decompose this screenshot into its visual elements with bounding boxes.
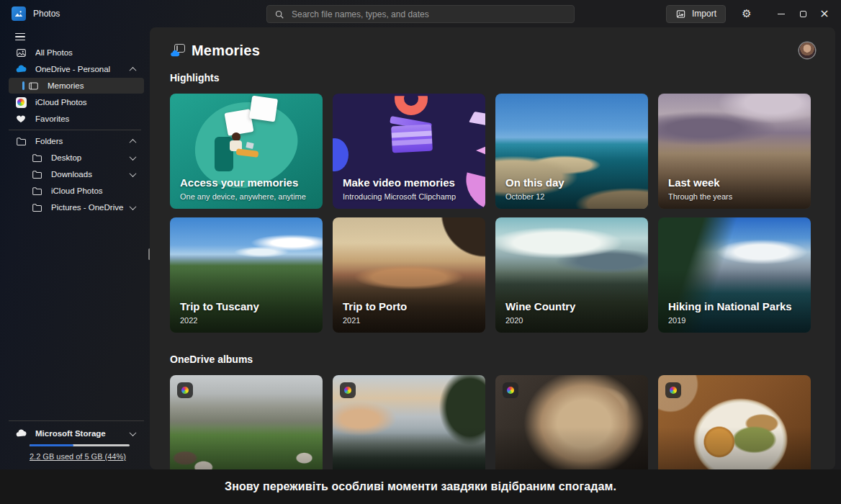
sidebar-item-desktop[interactable]: Desktop <box>9 150 144 166</box>
close-button[interactable]: × <box>814 0 835 27</box>
highlights-grid: Access your memories One any device, any… <box>170 94 815 333</box>
storage-label: Microsoft Storage <box>35 429 126 438</box>
memory-card-make-video-memories[interactable]: Make video memories Introducing Microsof… <box>333 94 485 209</box>
sidebar-item-favorites[interactable]: Favorites <box>9 111 144 127</box>
memory-card-trip-to-tuscany[interactable]: Trip to Tuscany 2022 <box>170 217 323 333</box>
card-title: On this day <box>505 176 641 189</box>
memory-card-hiking-national-parks[interactable]: Hiking in National Parks 2019 <box>658 217 811 333</box>
memory-card-on-this-day[interactable]: On this day October 12 <box>495 94 648 209</box>
sidebar-item-label: Memories <box>48 81 144 90</box>
chevron-down-icon <box>130 203 137 210</box>
chevron-up-icon <box>130 66 137 73</box>
caption-bar: Знову переживіть особливі моменти завдяк… <box>0 469 841 504</box>
card-title: Make video memories <box>343 176 478 189</box>
search-box[interactable] <box>266 5 575 23</box>
pink-wedge-shape <box>476 145 485 156</box>
memories-icon <box>27 80 39 91</box>
card-title: Trip to Porto <box>343 300 478 312</box>
storage-cloud-icon <box>15 428 27 439</box>
icloud-photos-icon <box>15 96 27 108</box>
album-card-camping-in-connemara[interactable]: Camping in Connemara <box>170 375 323 469</box>
folder-icon <box>31 185 42 197</box>
storage-progress-fill <box>30 444 73 446</box>
folder-icon <box>31 152 42 163</box>
card-subtitle: 2021 <box>343 316 478 325</box>
sidebar-divider <box>9 130 141 130</box>
title-bar: Photos Import ⚙ × <box>0 0 841 27</box>
photo-polaroid-icon <box>249 96 278 122</box>
maximize-button[interactable] <box>792 0 814 27</box>
folder-icon <box>31 168 42 180</box>
import-button-label: Import <box>692 9 716 19</box>
album-badge-icon <box>665 382 681 398</box>
storage-usage-link[interactable]: 2.2 GB used of 5 GB (44%) <box>30 452 144 461</box>
chevron-down-icon <box>130 153 137 161</box>
all-photos-icon <box>15 47 27 58</box>
card-title: Hiking in National Parks <box>668 300 804 312</box>
sidebar-item-label: All Photos <box>35 48 144 57</box>
account-avatar[interactable] <box>799 42 815 58</box>
import-icon <box>675 9 686 19</box>
album-card-food-pics[interactable]: Food Pics <box>658 375 811 469</box>
hamburger-menu-button[interactable] <box>9 30 33 44</box>
memory-card-trip-to-porto[interactable]: Trip to Porto 2021 <box>333 217 485 333</box>
card-subtitle: 2022 <box>180 316 315 325</box>
sidebar-item-pictures-onedrive[interactable]: Pictures - OneDrive Personal <box>9 199 144 215</box>
sidebar-item-icloud-photos[interactable]: iCloud Photos <box>9 94 144 110</box>
sidebar-item-label: Favorites <box>35 114 144 123</box>
sidebar-item-icloud-photos-folder[interactable]: iCloud Photos <box>9 183 144 199</box>
chevron-down-icon <box>130 429 137 436</box>
card-subtitle: One any device, anywhere, anytime <box>180 192 315 201</box>
album-badge-icon <box>503 382 518 398</box>
memory-card-last-week[interactable]: Last week Through the years <box>658 94 811 209</box>
memories-page-icon <box>170 44 185 57</box>
card-title: Wine Country <box>505 300 641 312</box>
sidebar-item-label: OneDrive - Personal <box>35 65 126 73</box>
sidebar-item-label: Downloads <box>51 170 126 179</box>
memory-card-access-your-memories[interactable]: Access your memories One any device, any… <box>170 94 323 209</box>
heart-icon <box>15 113 27 125</box>
sidebar-item-folders[interactable]: Folders <box>9 133 144 149</box>
sidebar-item-memories[interactable]: Memories <box>9 78 144 94</box>
card-title: Access your memories <box>180 176 315 189</box>
album-card-dog-days[interactable]: Dog Days <box>495 375 648 469</box>
lavender-shape <box>469 112 485 125</box>
section-heading-highlights: Highlights <box>170 72 815 84</box>
app-title: Photos <box>33 9 60 19</box>
selection-indicator-pill <box>22 81 24 90</box>
card-subtitle: 2019 <box>668 316 804 325</box>
storage-panel[interactable]: Microsoft Storage 2.2 GB used of 5 GB (4… <box>9 420 144 462</box>
sidebar-item-downloads[interactable]: Downloads <box>9 166 144 182</box>
coral-ring-shape <box>395 94 428 115</box>
sidebar: All Photos OneDrive - Personal Memories … <box>0 27 150 469</box>
memory-card-wine-country[interactable]: Wine Country 2020 <box>495 217 648 333</box>
card-title: Trip to Tuscany <box>180 300 315 312</box>
album-badge-icon <box>177 382 193 398</box>
main-content: Memories Highlights Access your memories… <box>150 27 835 469</box>
blue-shape <box>333 138 348 171</box>
storage-progress-bar <box>30 444 130 446</box>
albums-grid: Camping in Connemara Cycling Trips Dog D… <box>170 375 815 469</box>
photos-app-icon <box>12 6 26 21</box>
search-input[interactable] <box>290 9 567 20</box>
window-controls: × <box>770 0 835 27</box>
page-title: Memories <box>192 42 260 59</box>
folder-icon <box>31 202 42 213</box>
card-subtitle: Introducing Microsoft Clipchamp <box>343 192 478 201</box>
sidebar-item-all-photos[interactable]: All Photos <box>9 45 144 60</box>
album-card-cycling-trips[interactable]: Cycling Trips <box>333 375 485 469</box>
sidebar-item-onedrive-personal[interactable]: OneDrive - Personal <box>9 61 144 77</box>
chevron-up-icon <box>130 138 137 145</box>
maximize-icon <box>800 11 806 17</box>
settings-button[interactable]: ⚙ <box>736 3 757 24</box>
sidebar-item-label: Folders <box>35 137 126 145</box>
sidebar-item-label: iCloud Photos <box>51 186 144 195</box>
sidebar-item-label: iCloud Photos <box>35 98 144 107</box>
minimize-button[interactable] <box>770 0 792 27</box>
photos-app-window: Photos Import ⚙ × <box>0 0 841 469</box>
card-subtitle: Through the years <box>668 192 804 201</box>
import-button[interactable]: Import <box>666 5 726 23</box>
search-icon <box>274 9 284 19</box>
onedrive-cloud-icon <box>15 63 27 75</box>
caption-text: Знову переживіть особливі моменти завдяк… <box>225 480 616 493</box>
